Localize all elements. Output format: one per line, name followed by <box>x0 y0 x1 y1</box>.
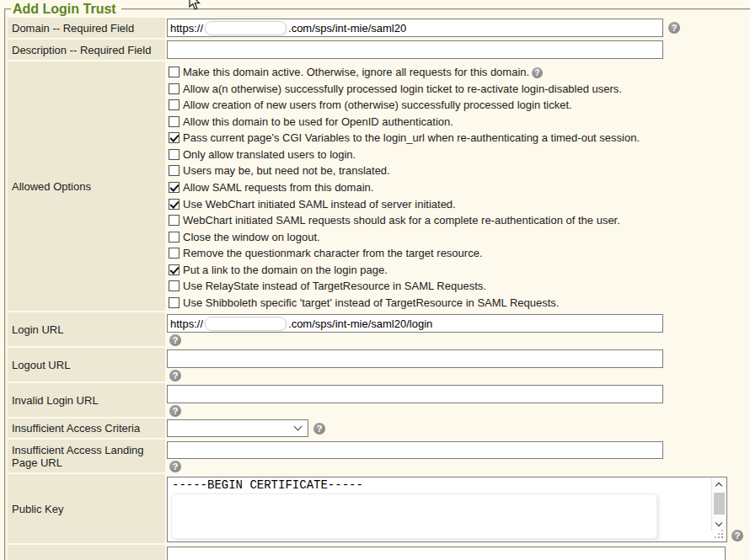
page-title: Add Login Trust <box>11 2 121 17</box>
option-label: Pass current page's CGI Variables to the… <box>183 131 640 144</box>
option-label: Put a link to the domain on the login pa… <box>183 264 388 276</box>
scroll-down-icon[interactable] <box>715 520 722 526</box>
checkbox-shibboleth-target[interactable] <box>169 297 179 308</box>
checkbox-remove-questionmark[interactable] <box>169 248 179 259</box>
domain-input[interactable]: https://.com/sps/int-mie/saml20 <box>167 19 663 37</box>
option-label: Use WebChart initiated SAML instead of s… <box>183 198 456 211</box>
option-remove-questionmark[interactable]: Remove the questionmark character from t… <box>167 245 640 262</box>
option-label: WebChart initiated SAML requests should … <box>183 214 620 227</box>
option-close-window-logout[interactable]: Close the window on logout. <box>167 228 640 245</box>
field-label-public-key: Public Key <box>8 474 165 543</box>
checkbox-close-window-logout[interactable] <box>169 232 179 243</box>
checkbox-allow-saml-requests[interactable] <box>169 182 179 193</box>
login-url-prefix: https:// <box>170 317 203 330</box>
help-icon[interactable]: ? <box>313 423 325 435</box>
help-icon[interactable]: ? <box>169 370 181 381</box>
checkbox-create-new-users[interactable] <box>169 99 179 110</box>
field-label-insufficient-access-landing-page-url: Insufficient Access Landing Page URL <box>8 440 165 472</box>
option-shibboleth-target[interactable]: Use Shibboleth specific 'target' instead… <box>167 294 640 311</box>
option-use-relaystate[interactable]: Use RelayState instead of TargetResource… <box>167 278 640 295</box>
form-row-next-partial <box>8 545 750 560</box>
option-login-ticket-reactivate[interactable]: Allow a(n otherwise) successfully proces… <box>167 81 640 98</box>
public-key-textarea[interactable]: -----BEGIN CERTIFICATE----- <box>167 477 727 542</box>
form-row-logout-url: Logout URL ? <box>8 348 750 381</box>
option-label: Allow this domain to be used for OpenID … <box>183 115 453 128</box>
field-label-allowed-options: Allowed Options <box>8 61 165 311</box>
checkbox-make-domain-active[interactable] <box>169 67 179 77</box>
checkbox-saml-complete-reauthentication[interactable] <box>169 215 179 226</box>
redacted-host-box <box>205 21 287 35</box>
option-create-new-users[interactable]: Allow creation of new users from (otherw… <box>167 97 640 114</box>
option-label: Allow creation of new users from (otherw… <box>183 99 572 111</box>
checkbox-use-relaystate[interactable] <box>169 280 179 291</box>
form-row-insufficient-access-criteria: Insufficient Access Criteria ? <box>8 419 750 438</box>
certificate-first-line: -----BEGIN CERTIFICATE----- <box>172 478 710 492</box>
option-label: Allow SAML requests from this domain. <box>183 181 373 194</box>
scrollbar-thumb[interactable] <box>714 493 725 515</box>
form-row-invalid-login-url: Invalid Login URL ? <box>8 383 750 417</box>
field-label-logout-url: Logout URL <box>8 348 165 381</box>
checkbox-only-translated-users[interactable] <box>169 149 179 160</box>
allowed-options-list: Make this domain active. Otherwise, igno… <box>167 61 640 311</box>
redacted-host-box <box>205 317 287 331</box>
form-row-domain: Domain -- Required Field https://.com/sp… <box>8 18 750 38</box>
help-icon[interactable]: ? <box>169 461 181 472</box>
option-webchart-initiated-saml[interactable]: Use WebChart initiated SAML instead of s… <box>167 195 640 212</box>
option-label: Make this domain active. Otherwise, igno… <box>183 66 529 78</box>
resize-grip-icon[interactable] <box>721 536 723 538</box>
form-row-description: Description -- Required Field <box>8 40 750 60</box>
form-row-insufficient-access-landing-page-url: Insufficient Access Landing Page URL ? <box>8 440 750 472</box>
option-users-may-be-translated[interactable]: Users may be, but need not be, translate… <box>167 163 640 179</box>
field-label-description: Description -- Required Field <box>8 40 165 60</box>
add-login-trust-fieldset: Add Login Trust Domain -- Required Field… <box>4 2 750 560</box>
checkbox-openid-authentication[interactable] <box>169 116 179 127</box>
form-row-public-key: Public Key -----BEGIN CERTIFICATE----- ? <box>8 474 750 543</box>
help-icon[interactable]: ? <box>169 405 181 417</box>
description-input[interactable] <box>167 40 663 59</box>
option-link-on-login-page[interactable]: Put a link to the domain on the login pa… <box>167 261 640 278</box>
help-icon[interactable]: ? <box>668 22 680 34</box>
next-field-input[interactable] <box>167 547 726 560</box>
option-label: Users may be, but need not be, translate… <box>183 164 390 177</box>
option-label: Use RelayState instead of TargetResource… <box>183 280 486 292</box>
redacted-certificate-box <box>171 493 657 539</box>
help-icon[interactable]: ? <box>731 530 743 541</box>
scroll-up-icon[interactable] <box>715 483 722 489</box>
insufficient-access-landing-page-url-input[interactable] <box>167 441 663 459</box>
field-label-next <box>8 545 165 560</box>
checkbox-users-may-be-translated[interactable] <box>169 165 179 176</box>
login-url-input[interactable]: https://.com/sps/int-mie/saml20/login <box>167 314 663 333</box>
help-icon[interactable]: ? <box>532 67 543 78</box>
option-label: Remove the questionmark character from t… <box>183 247 483 259</box>
field-label-invalid-login-url: Invalid Login URL <box>8 383 165 417</box>
checkbox-pass-cgi-variables[interactable] <box>169 132 179 143</box>
field-label-domain: Domain -- Required Field <box>8 18 165 38</box>
form-row-allowed-options: Allowed Options Make this domain active.… <box>8 61 750 311</box>
domain-value-prefix: https:// <box>170 22 203 35</box>
logout-url-input[interactable] <box>167 349 663 368</box>
option-label: Allow a(n otherwise) successfully proces… <box>183 83 622 95</box>
checkbox-link-on-login-page[interactable] <box>169 264 179 275</box>
textarea-scrollbar[interactable] <box>711 478 726 531</box>
login-url-suffix: .com/sps/int-mie/saml20/login <box>288 317 432 330</box>
checkbox-login-ticket-reactivate[interactable] <box>169 83 179 94</box>
option-openid-authentication[interactable]: Allow this domain to be used for OpenID … <box>167 114 640 131</box>
insufficient-access-criteria-select[interactable] <box>167 419 308 437</box>
form-row-login-url: Login URL https://.com/sps/int-mie/saml2… <box>8 312 750 346</box>
option-make-domain-active[interactable]: Make this domain active. Otherwise, igno… <box>167 64 640 81</box>
field-label-login-url: Login URL <box>8 312 165 346</box>
option-pass-cgi-variables[interactable]: Pass current page's CGI Variables to the… <box>167 130 640 147</box>
option-label: Close the window on logout. <box>183 231 320 243</box>
field-label-insufficient-access-criteria: Insufficient Access Criteria <box>8 419 165 438</box>
option-label: Only allow translated users to login. <box>183 148 356 161</box>
option-saml-complete-reauthentication[interactable]: WebChart initiated SAML requests should … <box>167 212 640 229</box>
option-allow-saml-requests[interactable]: Allow SAML requests from this domain. <box>167 179 640 196</box>
checkbox-webchart-initiated-saml[interactable] <box>169 199 179 210</box>
help-icon[interactable]: ? <box>169 334 181 346</box>
domain-value-suffix: .com/sps/int-mie/saml20 <box>288 22 406 35</box>
option-label: Use Shibboleth specific 'target' instead… <box>183 296 559 309</box>
option-only-translated-users[interactable]: Only allow translated users to login. <box>167 147 640 163</box>
invalid-login-url-input[interactable] <box>167 385 663 403</box>
